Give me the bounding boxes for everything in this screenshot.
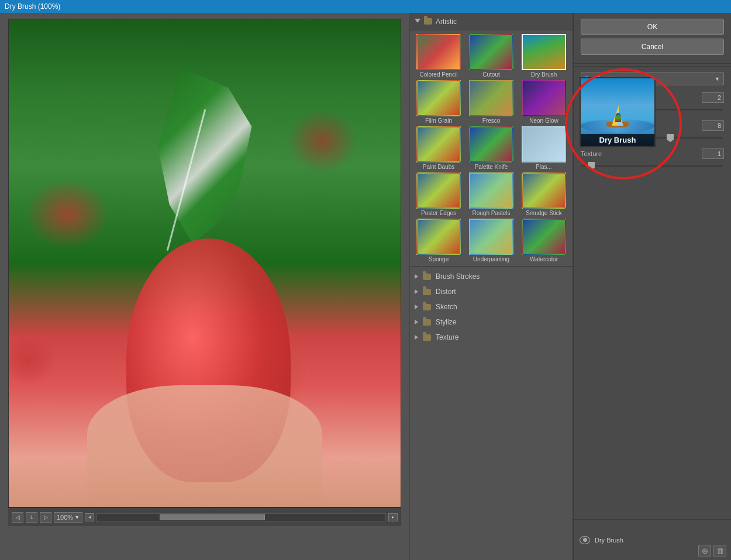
filter-thumb-plastic-wrap[interactable]: Plas... xyxy=(519,126,569,170)
thumb-label-plastic-wrap: Plas... xyxy=(536,164,552,170)
effects-delete-button[interactable]: 🗑 xyxy=(713,545,726,556)
artistic-folder-icon xyxy=(424,18,432,25)
texture-row: Texture 1 xyxy=(581,148,724,159)
thumb-img-cutout xyxy=(469,34,513,70)
thumb-label-film-grain: Film Grain xyxy=(425,117,452,124)
category-texture[interactable]: Texture xyxy=(410,330,573,345)
thumb-label-paint-daubs: Paint Daubs xyxy=(423,164,454,170)
preview-figure xyxy=(615,113,621,122)
filter-panel: Artistic Colored Pencil Cutout xyxy=(409,13,573,560)
canvas-image xyxy=(8,19,401,507)
cat-arrow-stylize xyxy=(415,320,418,324)
effects-panel: Dry Brush ⊕ 🗑 xyxy=(574,519,731,560)
filter-thumb-dry-brush[interactable]: Dry Brush xyxy=(519,34,569,78)
category-stylize[interactable]: Stylize xyxy=(410,314,573,330)
nav-page-button[interactable]: 1 xyxy=(26,512,37,523)
scroll-left-arrow[interactable]: ◂ xyxy=(85,513,94,521)
texture-slider[interactable] xyxy=(581,161,724,171)
cat-arrow-texture xyxy=(415,335,418,340)
filter-thumb-fresco[interactable]: Fresco xyxy=(466,80,516,124)
nav-right-button[interactable]: ▷ xyxy=(40,512,51,523)
content-area: ◁ 1 ▷ 100% ▼ ◂ ▸ Artistic xyxy=(0,13,731,560)
cat-label-brush-strokes: Brush Strokes xyxy=(436,272,480,281)
cat-label-sketch: Sketch xyxy=(436,303,457,311)
brush-size-value[interactable]: 2 xyxy=(702,92,724,103)
controls-panel: OK Cancel Dry Brush ▼ Brush Size 2 xyxy=(573,13,731,560)
filter-thumb-underpainting[interactable]: Underpainting xyxy=(466,219,516,262)
cat-label-stylize: Stylize xyxy=(436,318,456,326)
canvas-area: ◁ 1 ▷ 100% ▼ ◂ ▸ xyxy=(0,13,409,560)
cat-folder-texture xyxy=(423,334,431,341)
thumb-img-fresco xyxy=(469,80,513,116)
cat-folder-distort xyxy=(423,289,431,295)
filter-thumb-film-grain[interactable]: Film Grain xyxy=(413,80,464,124)
thumb-label-dry-brush: Dry Brush xyxy=(531,71,557,78)
category-sketch[interactable]: Sketch xyxy=(410,299,573,314)
thumb-img-poster-edges xyxy=(416,172,461,209)
filter-thumb-rough-pastels[interactable]: Rough Pastels xyxy=(466,172,516,216)
thumb-img-paint-daubs xyxy=(416,126,461,163)
filter-thumb-cutout[interactable]: Cutout xyxy=(466,34,516,78)
filter-thumb-paint-daubs[interactable]: Paint Daubs xyxy=(413,126,464,170)
effects-options-button[interactable]: ⊕ xyxy=(698,545,711,556)
title-bar: Dry Brush (100%) xyxy=(0,0,731,13)
thumb-img-film-grain xyxy=(416,80,461,116)
category-brush-strokes[interactable]: Brush Strokes xyxy=(410,269,573,284)
side-panels: Artistic Colored Pencil Cutout xyxy=(409,13,731,560)
thumb-label-rough-pastels: Rough Pastels xyxy=(472,210,510,216)
thumb-img-dry-brush xyxy=(522,34,566,70)
filter-thumb-neon-glow[interactable]: Neon Glow xyxy=(519,80,569,124)
thumb-label-smudge-stick: Smudge Stick xyxy=(526,210,562,216)
thumb-label-watercolor: Watercolor xyxy=(530,256,558,262)
brush-detail-value[interactable]: 8 xyxy=(702,120,724,131)
cancel-button[interactable]: Cancel xyxy=(581,39,724,55)
preview-label: Dry Brush xyxy=(581,134,654,146)
artistic-category-header[interactable]: Artistic xyxy=(410,13,573,30)
layer-visibility-toggle[interactable] xyxy=(580,536,590,544)
horizontal-scrollbar[interactable] xyxy=(96,513,386,521)
filter-thumb-watercolor[interactable]: Watercolor xyxy=(519,219,569,262)
effects-layer-name: Dry Brush xyxy=(595,537,725,544)
cat-folder-brush-strokes xyxy=(423,274,431,280)
texture-value[interactable]: 1 xyxy=(702,148,724,159)
filter-thumb-colored-pencil[interactable]: Colored Pencil xyxy=(413,34,464,78)
filter-thumb-palette-knife[interactable]: Palette Knife xyxy=(466,126,516,170)
category-list: Brush Strokes Distort Sketch Stylize xyxy=(410,266,573,347)
category-distort[interactable]: Distort xyxy=(410,284,573,299)
zoom-dropdown-arrow[interactable]: ▼ xyxy=(74,514,80,520)
texture-label: Texture xyxy=(581,150,602,157)
thumb-label-underpainting: Underpainting xyxy=(473,256,509,262)
thumb-label-palette-knife: Palette Knife xyxy=(475,164,508,170)
filter-preview-popup: Dry Brush xyxy=(580,77,656,147)
ok-button[interactable]: OK xyxy=(581,19,724,35)
cat-arrow-sketch xyxy=(415,305,418,309)
thumb-label-fresco: Fresco xyxy=(482,117,501,124)
thumb-label-sponge: Sponge xyxy=(429,256,449,262)
artistic-label: Artistic xyxy=(436,18,457,26)
filter-thumb-sponge[interactable]: Sponge xyxy=(413,219,464,262)
artistic-collapse-arrow xyxy=(415,19,420,25)
scroll-thumb[interactable] xyxy=(160,514,265,520)
ok-cancel-section: OK Cancel xyxy=(574,13,731,61)
thumb-img-plastic-wrap xyxy=(522,126,566,163)
thumb-label-neon-glow: Neon Glow xyxy=(529,117,558,124)
canvas-hand xyxy=(87,385,322,507)
thumb-img-underpainting xyxy=(469,219,513,255)
cat-label-distort: Distort xyxy=(436,288,456,296)
thumb-label-colored-pencil: Colored Pencil xyxy=(419,71,457,78)
scroll-right-arrow[interactable]: ▸ xyxy=(388,513,398,521)
filter-thumb-smudge-stick[interactable]: Smudge Stick xyxy=(519,172,569,216)
cat-label-texture: Texture xyxy=(436,333,458,341)
cat-folder-stylize xyxy=(423,319,431,326)
thumb-label-poster-edges: Poster Edges xyxy=(421,210,456,216)
thumb-img-watercolor xyxy=(522,219,566,255)
thumb-img-colored-pencil xyxy=(416,34,461,70)
cat-arrow-distort xyxy=(415,289,418,294)
nav-left-button[interactable]: ◁ xyxy=(12,512,23,523)
cat-folder-sketch xyxy=(423,304,431,310)
canvas-bottom-toolbar: ◁ 1 ▷ 100% ▼ ◂ ▸ xyxy=(8,507,401,526)
filter-thumb-poster-edges[interactable]: Poster Edges xyxy=(413,172,464,216)
thumb-img-sponge xyxy=(416,219,461,255)
title-text: Dry Brush (100%) xyxy=(5,2,60,11)
thumbnails-grid: Colored Pencil Cutout Dry Brush xyxy=(410,30,573,266)
